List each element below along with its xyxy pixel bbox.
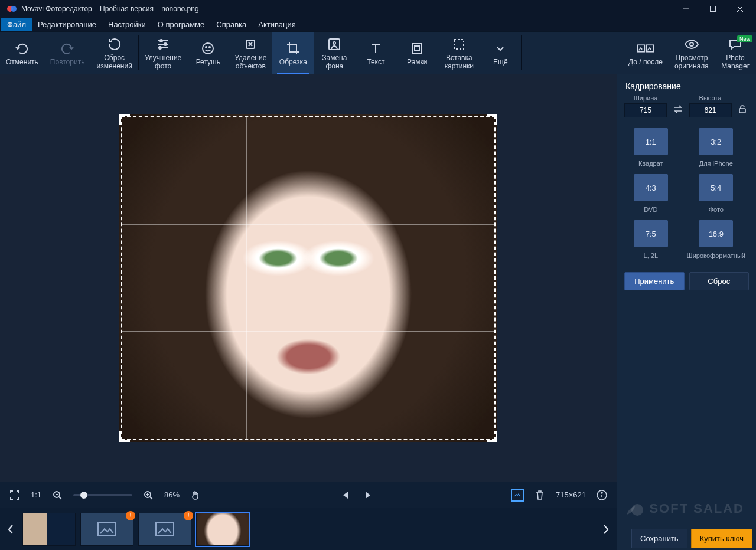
reset-icon [106,36,123,53]
redo-button[interactable]: Повторить [44,32,91,74]
reset-changes-button[interactable]: Сброс изменений [90,32,138,74]
svg-line-27 [59,497,61,499]
background-icon [326,36,343,53]
menu-edit[interactable]: Редактирование [32,18,102,31]
svg-point-37 [601,492,602,493]
insert-image-button[interactable]: Вставка картинки [438,32,480,74]
before-after-button[interactable]: До / после [623,32,669,74]
thumbnail-4[interactable] [196,513,249,546]
photo-manager-button[interactable]: New Photo Manager [715,32,756,74]
insert-icon [451,36,467,53]
toolbar-divider [521,35,522,70]
crop-handle-bl[interactable] [119,431,130,442]
image-preview[interactable] [119,114,497,442]
next-icon[interactable] [361,489,374,502]
insert-label: Вставка картинки [445,54,474,70]
menu-about[interactable]: О программе [152,18,211,31]
menu-settings[interactable]: Настройки [102,18,152,31]
zoom-slider[interactable] [73,494,132,496]
enhance-label: Улучшение фото [145,54,181,70]
sliders-icon [155,36,171,53]
crop-handle-tr[interactable] [487,114,497,125]
filmstrip-prev[interactable] [4,510,18,548]
crop-button[interactable]: Обрезка [272,32,314,74]
frames-label: Рамки [407,58,427,66]
crop-rect[interactable] [121,116,496,440]
retouch-button[interactable]: Ретушь [187,32,229,74]
crop-label: Обрезка [279,58,307,66]
ratio-preset-7-5[interactable]: 7:5L, 2L [628,220,674,259]
swap-icon[interactable] [672,103,685,116]
apply-button[interactable]: Применить [624,272,685,290]
ratio-box: 3:2 [699,128,733,155]
prev-icon[interactable] [339,489,352,502]
menu-file[interactable]: Файл [1,18,32,31]
ratio-label: Для iPhone [699,160,733,167]
save-button[interactable]: Сохранить [631,529,687,548]
background-button[interactable]: Замена фона [314,32,355,74]
ratio-box: 4:3 [634,174,668,201]
toolbar: Отменить Повторить Сброс изменений Улучш… [0,32,756,74]
more-label: Ещё [493,58,508,66]
crop-handle-br[interactable] [487,431,497,442]
height-input[interactable] [689,103,732,117]
menu-activate[interactable]: Активация [252,18,301,31]
warning-badge-icon: ! [126,511,135,520]
canvas-viewport[interactable] [0,74,617,482]
buy-key-button[interactable]: Купить ключ [691,529,752,548]
ratio-preset-5-4[interactable]: 5:4Фото [687,174,745,213]
bg-label: Замена фона [322,54,347,70]
hand-icon[interactable] [189,489,202,502]
view-original-button[interactable]: Просмотр оригинала [669,32,715,74]
fullscreen-icon[interactable] [8,489,21,502]
close-button[interactable] [726,0,754,18]
trash-icon[interactable] [533,489,546,502]
more-button[interactable]: Ещё [480,32,521,74]
statusbar: 1:1 86% 715×621 [0,482,617,508]
reset-crop-button[interactable]: Сброс [689,272,750,290]
ratio-label: L, 2L [644,252,658,259]
ratio-preset-4-3[interactable]: 4:3DVD [628,174,674,213]
svg-point-1 [11,6,17,12]
maximize-button[interactable] [699,0,726,18]
enhance-button[interactable]: Улучшение фото [139,32,187,74]
thumbnail-2[interactable]: ! [80,513,133,546]
fit-screen-icon[interactable] [511,489,524,502]
zoom-out-icon[interactable] [51,489,64,502]
crop-overlay[interactable] [119,114,497,442]
ratio-box: 16:9 [699,220,733,247]
compare-icon [637,40,654,57]
ratio-preset-1-1[interactable]: 1:1Квадрат [628,128,674,167]
filmstrip-next[interactable] [599,510,613,548]
text-button[interactable]: Текст [355,32,396,74]
zoom-in-icon[interactable] [142,489,155,502]
frames-button[interactable]: Рамки [396,32,438,74]
svg-line-30 [150,497,152,499]
info-icon[interactable] [595,489,608,502]
thumbnail-3[interactable]: ! [138,513,191,546]
minimize-button[interactable] [672,0,699,18]
crop-handle-tl[interactable] [119,114,130,125]
text-icon [367,40,384,57]
new-badge: New [737,35,752,42]
filmstrip: ! ! [0,508,617,550]
object-removal-button[interactable]: Удаление объектов [229,32,272,74]
thumbnail-1[interactable] [22,513,76,546]
pm-label: Photo Manager [721,54,749,70]
undo-button[interactable]: Отменить [0,32,44,74]
menu-help[interactable]: Справка [210,18,252,31]
app-logo-icon [6,3,18,15]
undo-label: Отменить [6,58,38,66]
svg-rect-3 [711,6,716,12]
window-title: Movavi Фоторедактор – Пробная версия – n… [21,5,672,13]
eye-icon [683,36,700,53]
width-input[interactable] [624,103,667,117]
ratio-preset-3-2[interactable]: 3:2Для iPhone [687,128,745,167]
ratio-preset-16-9[interactable]: 16:9Широкоформатный [687,220,745,259]
fit-label[interactable]: 1:1 [31,490,41,499]
lock-icon[interactable] [737,103,750,116]
ratio-box: 1:1 [634,128,668,155]
titlebar: Movavi Фоторедактор – Пробная версия – n… [0,0,756,18]
redo-icon [59,40,76,57]
svg-rect-40 [739,109,745,113]
